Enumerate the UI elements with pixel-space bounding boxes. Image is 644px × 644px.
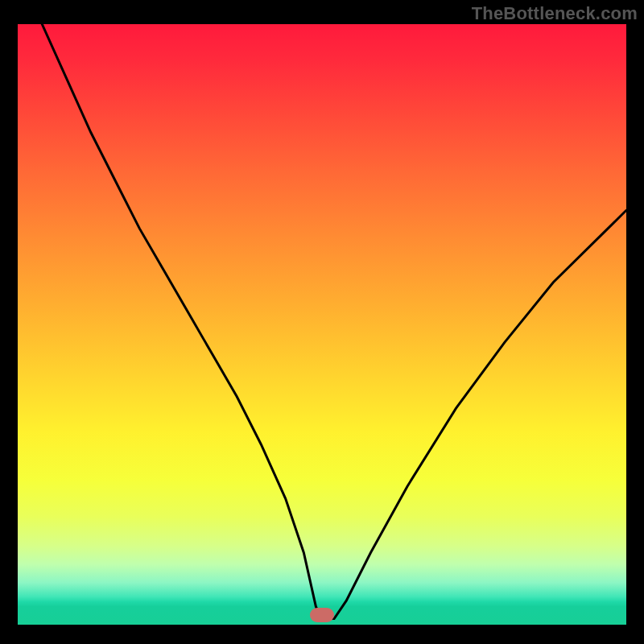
bottleneck-curve	[18, 24, 626, 625]
optimal-point-marker	[310, 608, 334, 622]
curve-path	[42, 24, 626, 619]
watermark-text: TheBottleneck.com	[472, 3, 638, 24]
chart-container: TheBottleneck.com	[0, 0, 644, 644]
plot-area	[18, 24, 626, 625]
